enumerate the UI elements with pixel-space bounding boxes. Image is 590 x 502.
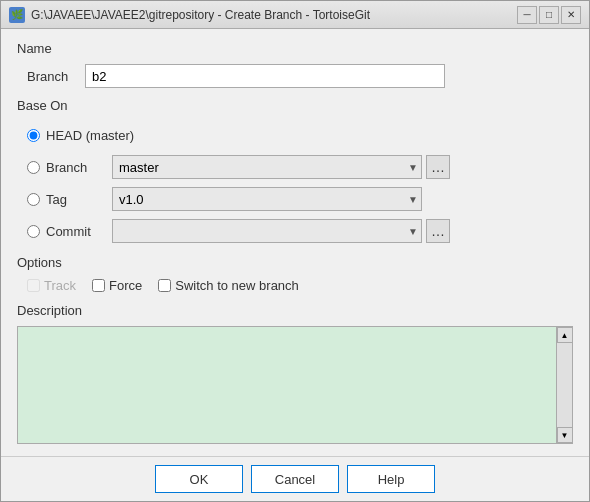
window: 🌿 G:\JAVAEE\JAVAEE2\gitrepository - Crea… — [0, 0, 590, 502]
force-checkbox-item: Force — [92, 278, 142, 293]
switch-label: Switch to new branch — [175, 278, 299, 293]
title-bar: 🌿 G:\JAVAEE\JAVAEE2\gitrepository - Crea… — [1, 1, 589, 29]
scrollbar-track — [557, 343, 572, 427]
force-label: Force — [109, 278, 142, 293]
branch-combo-wrapper: master ▼ … — [112, 155, 573, 179]
ok-button[interactable]: OK — [155, 465, 243, 493]
tag-combo-container: v1.0 ▼ — [112, 187, 422, 211]
description-scrollbar: ▲ ▼ — [556, 327, 572, 443]
description-label: Description — [17, 303, 573, 318]
commit-dots-button[interactable]: … — [426, 219, 450, 243]
name-row: Branch — [17, 64, 573, 88]
name-section: Name Branch — [17, 41, 573, 88]
footer: OK Cancel Help — [1, 456, 589, 501]
head-radio-row: HEAD (master) — [17, 121, 573, 149]
options-row: Track Force Switch to new branch — [17, 278, 573, 293]
commit-radio-row: Commit ▼ … — [17, 217, 573, 245]
cancel-button[interactable]: Cancel — [251, 465, 339, 493]
title-bar-text: G:\JAVAEE\JAVAEE2\gitrepository - Create… — [31, 8, 511, 22]
switch-checkbox[interactable] — [158, 279, 171, 292]
scrollbar-down-button[interactable]: ▼ — [557, 427, 573, 443]
switch-checkbox-item: Switch to new branch — [158, 278, 299, 293]
branch-radio[interactable] — [27, 161, 40, 174]
track-label: Track — [44, 278, 76, 293]
tag-combo[interactable]: v1.0 — [112, 187, 422, 211]
branch-combo[interactable]: master — [112, 155, 422, 179]
description-box: ▲ ▼ — [17, 326, 573, 444]
track-checkbox-item: Track — [27, 278, 76, 293]
maximize-button[interactable]: □ — [539, 6, 559, 24]
branch-label: Branch — [27, 69, 77, 84]
branch-input[interactable] — [85, 64, 445, 88]
commit-radio[interactable] — [27, 225, 40, 238]
force-checkbox[interactable] — [92, 279, 105, 292]
track-checkbox[interactable] — [27, 279, 40, 292]
tag-radio[interactable] — [27, 193, 40, 206]
commit-combo-container: ▼ — [112, 219, 422, 243]
minimize-button[interactable]: ─ — [517, 6, 537, 24]
options-section: Options Track Force Switch to new branch — [17, 255, 573, 293]
branch-dots-button[interactable]: … — [426, 155, 450, 179]
branch-combo-container: master ▼ — [112, 155, 422, 179]
description-textarea[interactable] — [18, 327, 556, 443]
commit-combo-wrapper: ▼ … — [112, 219, 573, 243]
description-section: Description ▲ ▼ — [17, 303, 573, 444]
branch-base-label: Branch — [46, 160, 106, 175]
commit-label: Commit — [46, 224, 106, 239]
name-section-label: Name — [17, 41, 573, 56]
options-label: Options — [17, 255, 573, 270]
tag-radio-row: Tag v1.0 ▼ — [17, 185, 573, 213]
base-on-section: Base On HEAD (master) Branch master ▼ — [17, 98, 573, 245]
head-label: HEAD (master) — [46, 128, 134, 143]
tag-combo-wrapper: v1.0 ▼ — [112, 187, 573, 211]
app-icon: 🌿 — [9, 7, 25, 23]
head-radio[interactable] — [27, 129, 40, 142]
scrollbar-up-button[interactable]: ▲ — [557, 327, 573, 343]
close-button[interactable]: ✕ — [561, 6, 581, 24]
content-area: Name Branch Base On HEAD (master) Branch — [1, 29, 589, 456]
tag-label: Tag — [46, 192, 106, 207]
base-on-label: Base On — [17, 98, 573, 113]
help-button[interactable]: Help — [347, 465, 435, 493]
commit-combo[interactable] — [112, 219, 422, 243]
branch-radio-row: Branch master ▼ … — [17, 153, 573, 181]
title-bar-buttons: ─ □ ✕ — [517, 6, 581, 24]
